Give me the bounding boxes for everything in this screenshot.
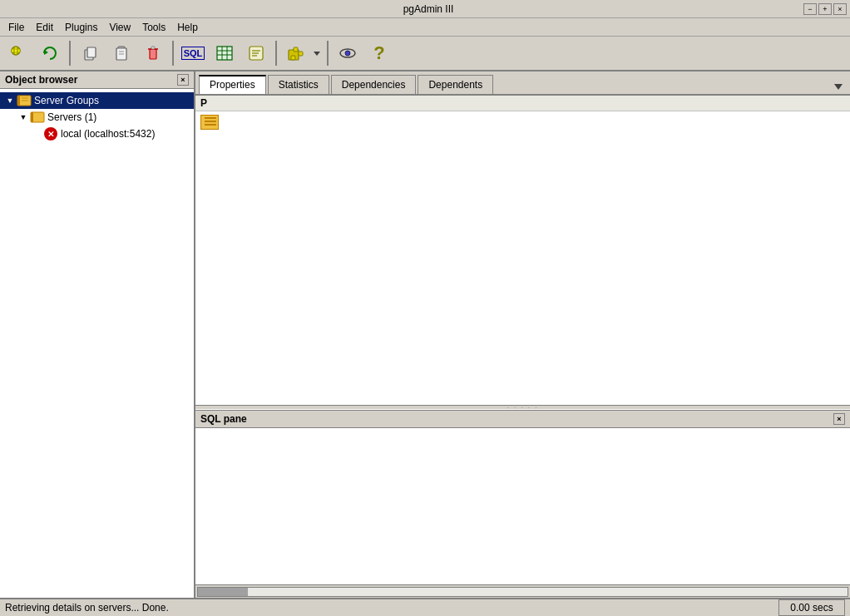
tree-view: ▼ Server Groups ▼ [0, 89, 194, 598]
toolbar: SQL [0, 37, 850, 71]
plugin-toolbar-btn[interactable] [281, 39, 323, 67]
svg-rect-6 [87, 47, 96, 57]
sql-toolbar-btn[interactable]: SQL [178, 39, 208, 67]
sql-pane-header: SQL pane × [195, 411, 850, 428]
h-scroll-area[interactable] [195, 584, 850, 598]
tree-item-server-groups[interactable]: ▼ Server Groups [0, 92, 194, 109]
tabs-bar: Properties Statistics Dependencies Depen… [195, 71, 850, 96]
menu-edit[interactable]: Edit [31, 20, 58, 35]
properties-area: P [195, 96, 850, 405]
svg-rect-14 [217, 47, 232, 60]
query-toolbar-btn[interactable] [241, 39, 271, 67]
tree-toggle-servers[interactable]: ▼ [17, 111, 30, 124]
plugin-main-btn[interactable] [281, 39, 311, 67]
toolbar-sep-4 [327, 41, 329, 66]
toolbar-sep-1 [69, 41, 71, 66]
server-error-icon: ✕ [43, 127, 58, 140]
h-scrollbar-thumb[interactable] [198, 588, 248, 596]
svg-point-29 [345, 51, 350, 56]
svg-rect-24 [294, 47, 298, 52]
svg-marker-36 [834, 84, 843, 90]
minimize-button[interactable]: − [803, 3, 817, 15]
svg-marker-4 [44, 50, 48, 55]
table-toolbar-btn[interactable] [210, 39, 240, 67]
close-window-button[interactable]: × [833, 3, 847, 15]
svg-rect-26 [291, 56, 295, 60]
main-content: Object browser × ▼ Server Groups [0, 71, 850, 598]
properties-toolbar-btn[interactable] [3, 39, 33, 67]
object-browser-panel: Object browser × ▼ Server Groups [0, 71, 195, 598]
object-browser-title: Object browser [5, 74, 77, 86]
status-time: 0.00 secs [778, 599, 845, 616]
svg-rect-13 [151, 47, 155, 49]
right-panel: Properties Statistics Dependencies Depen… [195, 71, 850, 598]
sql-pane-content[interactable] [195, 428, 850, 584]
svg-rect-31 [17, 96, 20, 106]
object-browser-close-btn[interactable]: × [177, 74, 189, 86]
local-server-label: local (localhost:5432) [61, 128, 155, 140]
tab-dependencies[interactable]: Dependencies [331, 75, 417, 94]
status-bar: Retrieving details on servers... Done. 0… [0, 598, 850, 616]
menu-help[interactable]: Help [172, 20, 203, 35]
refresh-toolbar-btn[interactable] [35, 39, 65, 67]
server-groups-icon [17, 94, 32, 107]
window-controls: − + × [803, 3, 847, 15]
svg-rect-11 [150, 49, 156, 59]
title-bar: pgAdmin III − + × [0, 0, 850, 18]
delete-toolbar-btn[interactable] [138, 39, 168, 67]
tab-properties[interactable]: Properties [199, 75, 266, 94]
h-scrollbar[interactable] [197, 587, 848, 597]
svg-marker-27 [314, 52, 320, 56]
maximize-button[interactable]: + [818, 3, 832, 15]
svg-rect-1 [12, 49, 20, 52]
view-toolbar-btn[interactable] [333, 39, 363, 67]
tree-item-servers[interactable]: ▼ Servers (1) [0, 109, 194, 126]
svg-rect-25 [299, 52, 303, 56]
tree-item-local-server[interactable]: ▶ ✕ local (localhost:5432) [0, 126, 194, 142]
menu-file[interactable]: File [3, 20, 29, 35]
menu-bar: File Edit Plugins View Tools Help [0, 18, 850, 37]
properties-icon-row [195, 111, 850, 133]
status-message: Retrieving details on servers... Done. [5, 602, 169, 614]
servers-icon [30, 111, 45, 124]
properties-column-header: P [195, 96, 850, 111]
tabs-dropdown-btn[interactable] [830, 81, 847, 94]
tab-dependents[interactable]: Dependents [418, 75, 493, 94]
menu-tools[interactable]: Tools [137, 20, 170, 35]
object-browser-header: Object browser × [0, 71, 194, 89]
svg-rect-35 [31, 112, 33, 122]
menu-plugins[interactable]: Plugins [60, 20, 102, 35]
properties-entry-icon [200, 115, 219, 130]
toolbar-sep-2 [172, 41, 174, 66]
tab-statistics[interactable]: Statistics [268, 75, 329, 94]
help-toolbar-btn[interactable]: ? [364, 39, 394, 67]
servers-label: Servers (1) [47, 111, 96, 123]
sql-pane-close-btn[interactable]: × [833, 413, 845, 425]
copy-toolbar-btn[interactable] [75, 39, 105, 67]
plugin-dropdown-arrow[interactable] [311, 39, 323, 67]
tree-toggle-server-groups[interactable]: ▼ [3, 94, 17, 107]
sql-pane: SQL pane × [195, 410, 850, 584]
toolbar-sep-3 [275, 41, 277, 66]
window-title: pgAdmin III [53, 3, 803, 15]
sql-pane-title: SQL pane [200, 413, 247, 425]
menu-view[interactable]: View [104, 20, 136, 35]
server-groups-label: Server Groups [34, 95, 99, 106]
paste-toolbar-btn[interactable] [106, 39, 136, 67]
